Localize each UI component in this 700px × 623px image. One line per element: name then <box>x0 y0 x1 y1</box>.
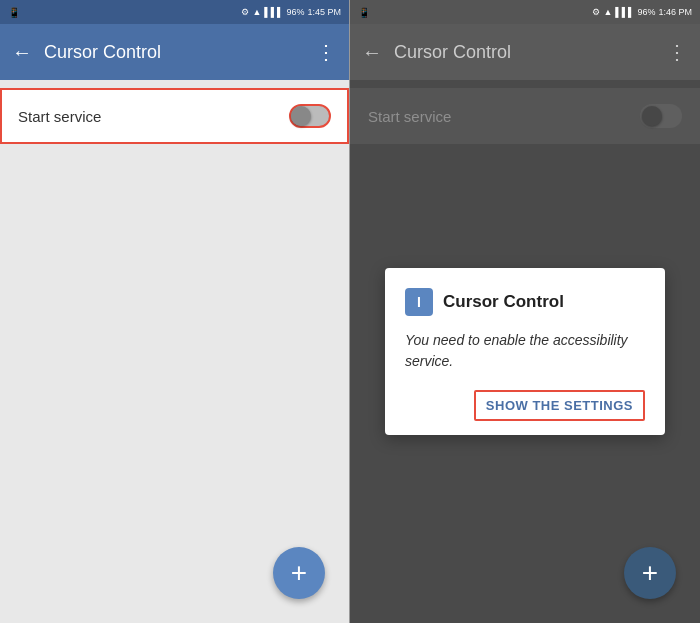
left-fab-button[interactable]: + <box>273 547 325 599</box>
dialog-app-icon: I <box>405 288 433 316</box>
right-notification-icons: 📱 <box>358 7 370 18</box>
left-battery-label: 96% <box>286 7 304 17</box>
dialog-actions: SHOW THE SETTINGS <box>405 390 645 421</box>
show-settings-button[interactable]: SHOW THE SETTINGS <box>474 390 645 421</box>
right-time: 1:46 PM <box>658 7 692 17</box>
left-service-row: Start service <box>0 88 349 144</box>
left-settings-icon: ⚙ <box>241 7 249 17</box>
right-signal-icon: ▌▌▌ <box>615 7 634 17</box>
left-time: 1:45 PM <box>307 7 341 17</box>
left-toggle-knob <box>291 106 311 126</box>
right-content: Start service I Cursor Control You need … <box>350 80 700 623</box>
left-status-bar: 📱 ⚙ ▲ ▌▌▌ 96% 1:45 PM <box>0 0 349 24</box>
dialog-overlay: I Cursor Control You need to enable the … <box>350 80 700 623</box>
right-app-title: Cursor Control <box>394 42 655 63</box>
dialog-header: I Cursor Control <box>405 288 645 316</box>
left-phone-panel: 📱 ⚙ ▲ ▌▌▌ 96% 1:45 PM ← Cursor Control ⋮… <box>0 0 350 623</box>
right-more-button[interactable]: ⋮ <box>667 40 688 64</box>
accessibility-dialog: I Cursor Control You need to enable the … <box>385 268 665 435</box>
right-status-left: 📱 <box>358 7 370 18</box>
left-toggle-switch[interactable] <box>289 104 331 128</box>
right-settings-icon: ⚙ <box>592 7 600 17</box>
left-signal-icon: ▌▌▌ <box>264 7 283 17</box>
left-notification-icons: 📱 <box>8 7 20 18</box>
right-phone-panel: 📱 ⚙ ▲ ▌▌▌ 96% 1:46 PM ← Cursor Control ⋮… <box>350 0 700 623</box>
right-status-bar: 📱 ⚙ ▲ ▌▌▌ 96% 1:46 PM <box>350 0 700 24</box>
dialog-title: Cursor Control <box>443 292 564 312</box>
right-status-right: ⚙ ▲ ▌▌▌ 96% 1:46 PM <box>592 7 692 17</box>
left-content: Start service + <box>0 80 349 623</box>
left-status-left: 📱 <box>8 7 20 18</box>
left-status-right: ⚙ ▲ ▌▌▌ 96% 1:45 PM <box>241 7 341 17</box>
left-more-button[interactable]: ⋮ <box>316 40 337 64</box>
left-app-bar: ← Cursor Control ⋮ <box>0 24 349 80</box>
left-service-label: Start service <box>18 108 101 125</box>
left-app-title: Cursor Control <box>44 42 304 63</box>
right-fab-button[interactable]: + <box>624 547 676 599</box>
dialog-body-text: You need to enable the accessibility ser… <box>405 330 645 372</box>
right-app-bar: ← Cursor Control ⋮ <box>350 24 700 80</box>
right-back-button[interactable]: ← <box>362 41 382 64</box>
right-battery-label: 96% <box>637 7 655 17</box>
left-wifi-icon: ▲ <box>252 7 261 17</box>
right-wifi-icon: ▲ <box>603 7 612 17</box>
left-back-button[interactable]: ← <box>12 41 32 64</box>
